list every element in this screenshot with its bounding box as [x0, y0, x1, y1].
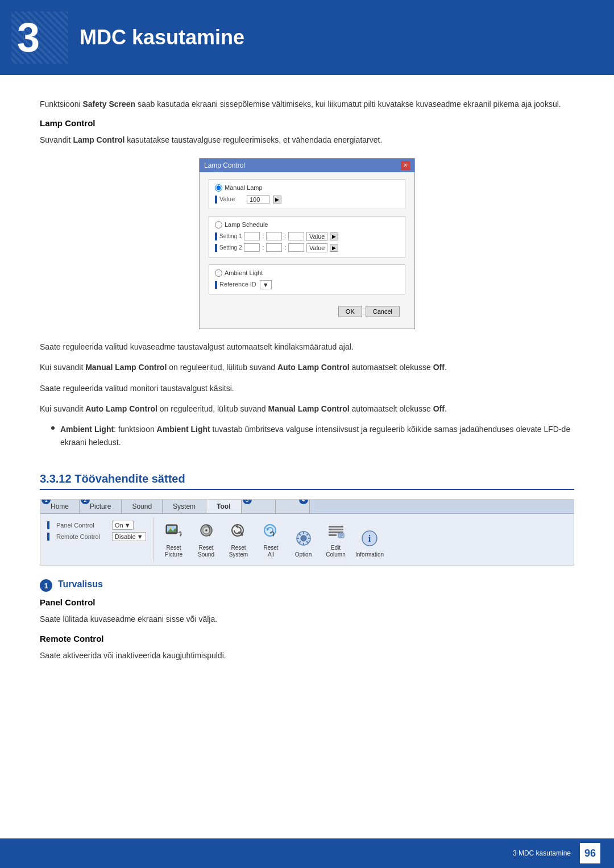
- svg-point-5: [205, 529, 208, 531]
- turvalisus-section: 1 Turvalisus: [40, 579, 574, 592]
- toolbar-body: Panel Control On ▼ Remote Control Disabl…: [40, 514, 574, 565]
- footer-text: 3 MDC kasutamine: [513, 849, 571, 857]
- manual-lamp-section: Manual Lamp Value 100 ▶: [209, 179, 405, 209]
- setting1-s[interactable]: [288, 232, 304, 240]
- svg-point-9: [301, 535, 306, 541]
- tab-section3[interactable]: 3: [242, 500, 276, 513]
- dialog-container: Lamp Control ✕ Manual Lamp Value 100: [40, 158, 574, 329]
- page-header: 3 MDC kasutamine: [0, 0, 614, 75]
- chapter-number: 3: [17, 17, 63, 58]
- lamp-schedule-radio: Lamp Schedule: [215, 221, 399, 229]
- badge-1: 1: [42, 499, 51, 504]
- edit-column-label: EditColumn: [326, 545, 345, 558]
- dialog-close-button[interactable]: ✕: [401, 161, 410, 170]
- setting1-arrow[interactable]: ▶: [330, 232, 338, 240]
- page-footer: 3 MDC kasutamine 96: [0, 838, 614, 868]
- svg-rect-10: [329, 526, 343, 528]
- manual-lamp-radio-input[interactable]: [215, 184, 222, 192]
- reset-system-label: ResetSystem: [229, 545, 248, 558]
- para1: Saate reguleerida valitud kuvaseadme tau…: [40, 340, 574, 353]
- para4: Kui suvandit Auto Lamp Control on regule…: [40, 402, 574, 415]
- bullet-item-ambient: Ambient Light: funktsioon Ambient Light …: [51, 423, 574, 456]
- toolbar-panel: Panel Control On ▼ Remote Control Disabl…: [40, 517, 154, 562]
- cancel-button[interactable]: Cancel: [366, 306, 400, 317]
- toolbar-tabs: 1 Home 2 Picture Sound System Tool 3 4: [40, 500, 574, 514]
- reset-picture-icon: [163, 521, 185, 542]
- tool-reset-picture[interactable]: ResetPicture: [161, 521, 186, 558]
- remote-control-label: Remote Control: [56, 533, 107, 540]
- svg-rect-11: [329, 529, 343, 530]
- lamp-control-dialog: Lamp Control ✕ Manual Lamp Value 100: [199, 158, 415, 329]
- tool-information[interactable]: i Information: [355, 528, 384, 558]
- manual-lamp-radio: Manual Lamp: [215, 184, 399, 192]
- subsection-heading: 3.3.12 Töövahendite sätted: [40, 472, 574, 490]
- section-number: 1: [40, 579, 52, 592]
- dialog-titlebar: Lamp Control ✕: [200, 159, 414, 172]
- remote-control-dropdown[interactable]: Disable ▼: [112, 532, 146, 541]
- edit-column-icon: [325, 521, 347, 542]
- ambient-light-radio: Ambient Light: [215, 269, 399, 277]
- value-arrow-button[interactable]: ▶: [273, 196, 281, 203]
- tab-tool[interactable]: Tool: [206, 500, 241, 513]
- setting2-s[interactable]: [288, 243, 304, 252]
- tab-section4[interactable]: 4: [276, 500, 310, 513]
- value-label: Value: [215, 196, 243, 203]
- remote-control-row: Remote Control Disable ▼: [47, 532, 147, 541]
- setting2-arrow[interactable]: ▶: [330, 244, 338, 252]
- badge-3: 3: [243, 499, 252, 504]
- ambient-light-section: Ambient Light Reference ID ▼: [209, 264, 405, 294]
- reset-all-icon: [260, 521, 282, 542]
- lamp-schedule-section: Lamp Schedule Setting 1 : : Value ▶: [209, 216, 405, 258]
- lamp-schedule-radio-input[interactable]: [215, 221, 222, 229]
- tab-system[interactable]: System: [163, 500, 206, 513]
- ok-button[interactable]: OK: [338, 306, 362, 317]
- panel-control-dropdown[interactable]: On ▼: [112, 521, 134, 530]
- tool-edit-column[interactable]: EditColumn: [323, 521, 349, 558]
- ambient-light-radio-input[interactable]: [215, 269, 222, 277]
- information-label: Information: [355, 551, 384, 558]
- option-label: Option: [295, 551, 312, 558]
- reference-id-dropdown[interactable]: ▼: [260, 280, 272, 289]
- reference-id-row: Reference ID ▼: [215, 280, 399, 289]
- toolbar-tools: ResetPicture ResetSound: [154, 517, 574, 562]
- setting2-h[interactable]: [244, 243, 260, 252]
- setting2-value[interactable]: Value: [306, 243, 327, 252]
- badge-4: 4: [299, 499, 308, 504]
- lamp-control-heading: Lamp Control: [40, 118, 574, 128]
- tool-option[interactable]: Option: [291, 528, 316, 558]
- panel-control-label: Panel Control: [56, 522, 107, 529]
- setting1-h[interactable]: [244, 232, 260, 240]
- footer-page-number: 96: [580, 843, 600, 863]
- svg-rect-13: [329, 534, 337, 536]
- remote-control-desc: Saate aktiveerida või inaktiveerida kaug…: [40, 649, 574, 662]
- tab-picture[interactable]: 2 Picture: [80, 500, 122, 513]
- value-input[interactable]: 100: [247, 195, 269, 204]
- dialog-title: Lamp Control: [204, 161, 245, 169]
- dialog-body: Manual Lamp Value 100 ▶ Lamp Schedule: [200, 172, 414, 329]
- setting2-m[interactable]: [266, 243, 282, 252]
- tool-reset-system[interactable]: ResetSystem: [226, 521, 251, 558]
- setting1-value[interactable]: Value: [306, 232, 327, 241]
- panel-control-heading: Panel Control: [40, 597, 574, 607]
- intro-paragraph: Funktsiooni Safety Screen saab kasutada …: [40, 98, 574, 110]
- reset-sound-label: ResetSound: [198, 545, 214, 558]
- information-icon: i: [359, 528, 380, 549]
- remote-control-heading: Remote Control: [40, 634, 574, 643]
- tab-sound[interactable]: Sound: [122, 500, 163, 513]
- svg-text:i: i: [368, 534, 371, 543]
- tool-reset-all[interactable]: ResetAll: [258, 521, 284, 558]
- tab-home[interactable]: 1 Home: [40, 500, 80, 513]
- reset-picture-label: ResetPicture: [165, 545, 182, 558]
- tool-reset-sound[interactable]: ResetSound: [193, 521, 219, 558]
- setting1-row: Setting 1 : : Value ▶: [215, 232, 399, 241]
- para3: Saate reguleerida valitud monitori taust…: [40, 382, 574, 394]
- bullet-dot: [51, 426, 55, 430]
- setting1-m[interactable]: [266, 232, 282, 240]
- dialog-footer: OK Cancel: [209, 301, 405, 322]
- para2: Kui suvandit Manual Lamp Control on regu…: [40, 361, 574, 373]
- reset-all-label: ResetAll: [263, 545, 278, 558]
- chapter-title: MDC kasutamine: [80, 26, 244, 49]
- value-field-row: Value 100 ▶: [215, 195, 399, 204]
- bullet-text: Ambient Light: funktsioon Ambient Light …: [60, 423, 574, 448]
- setting2-row: Setting 2 : : Value ▶: [215, 243, 399, 252]
